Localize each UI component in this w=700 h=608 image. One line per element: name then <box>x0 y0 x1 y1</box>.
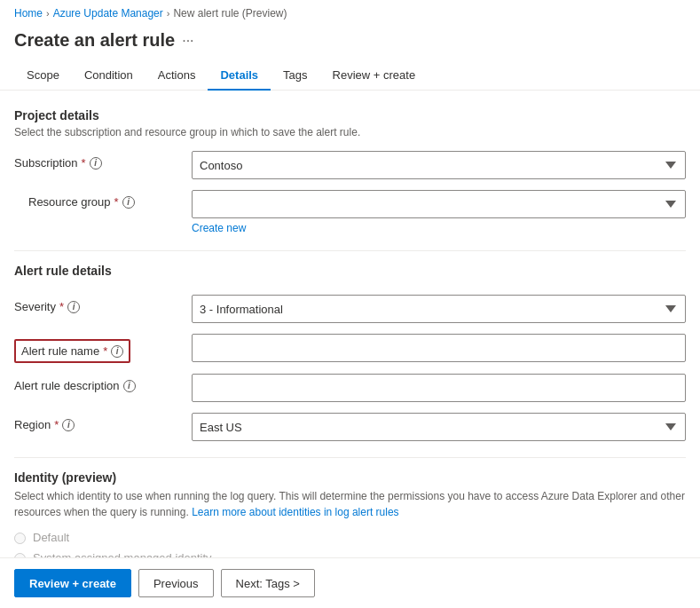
create-new-link[interactable]: Create new <box>192 222 686 234</box>
region-row: Region * i East US West US West Europe E… <box>14 413 686 441</box>
identity-title: Identity (preview) <box>14 470 686 485</box>
tab-tags[interactable]: Tags <box>271 61 319 91</box>
severity-select[interactable]: 0 - Critical 1 - Error 2 - Warning 3 - I… <box>192 295 686 323</box>
next-button[interactable]: Next: Tags > <box>221 569 315 597</box>
section-divider-2 <box>14 457 686 458</box>
breadcrumb-sep-2: › <box>167 8 170 19</box>
identity-default-content: Default <box>33 531 686 544</box>
tabs-bar: Scope Condition Actions Details Tags Rev… <box>0 61 700 91</box>
tab-actions[interactable]: Actions <box>146 61 208 91</box>
alert-rule-details-title: Alert rule details <box>14 264 686 278</box>
identity-default-label[interactable]: Default <box>33 531 69 544</box>
severity-row: Severity * i 0 - Critical 1 - Error 2 - … <box>14 295 686 323</box>
project-details-subtitle: Select the subscription and resource gro… <box>14 126 686 138</box>
identity-description: Select which identity to use when runnin… <box>14 488 686 520</box>
breadcrumb: Home › Azure Update Manager › New alert … <box>0 0 700 27</box>
page-title-row: Create an alert rule ··· <box>0 27 700 61</box>
resource-group-select[interactable] <box>192 190 686 218</box>
project-details-section: Project details Select the subscription … <box>14 108 686 234</box>
tab-scope[interactable]: Scope <box>14 61 72 91</box>
tab-condition[interactable]: Condition <box>72 61 146 91</box>
resource-group-required: * <box>114 195 119 209</box>
subscription-select[interactable]: Contoso <box>192 151 686 179</box>
alert-rule-name-control <box>192 334 686 362</box>
alert-rule-name-info-icon[interactable]: i <box>111 345 123 358</box>
identity-learn-more-link[interactable]: Learn more about identities in log alert… <box>192 506 398 518</box>
main-content: Project details Select the subscription … <box>0 91 700 596</box>
alert-rule-desc-input[interactable] <box>192 374 686 402</box>
alert-rule-desc-row: Alert rule description i <box>14 374 686 402</box>
severity-label: Severity * i <box>14 295 192 313</box>
page-title: Create an alert rule <box>14 30 175 51</box>
region-required: * <box>54 418 59 431</box>
resource-group-label: Resource group * i <box>14 190 192 209</box>
footer: Review + create Previous Next: Tags > <box>0 557 700 608</box>
alert-rule-name-label-highlighted: Alert rule name * i <box>14 339 130 363</box>
identity-default-option: Default <box>14 531 686 544</box>
resource-group-row: Resource group * i Create new <box>14 190 686 234</box>
alert-rule-desc-info-icon[interactable]: i <box>123 380 136 392</box>
severity-control: 0 - Critical 1 - Error 2 - Warning 3 - I… <box>192 295 686 323</box>
project-details-title: Project details <box>14 108 686 122</box>
page-options-button[interactable]: ··· <box>182 33 193 49</box>
resource-group-control: Create new <box>192 190 686 234</box>
subscription-control: Contoso <box>192 151 686 179</box>
alert-rule-name-required: * <box>103 344 107 358</box>
subscription-label: Subscription * i <box>14 151 192 170</box>
region-info-icon[interactable]: i <box>62 419 75 431</box>
alert-rule-details-section: Alert rule details Severity * i 0 - Crit… <box>14 264 686 441</box>
region-control: East US West US West Europe East Asia <box>192 413 686 441</box>
alert-rule-name-label-wrap: Alert rule name * i <box>14 334 192 363</box>
tab-details[interactable]: Details <box>208 61 271 91</box>
breadcrumb-home[interactable]: Home <box>14 7 43 20</box>
alert-rule-desc-label: Alert rule description i <box>14 374 192 392</box>
resource-group-info-icon[interactable]: i <box>122 196 135 209</box>
breadcrumb-sep-1: › <box>46 8 50 19</box>
alert-rule-name-row: Alert rule name * i <box>14 334 686 363</box>
identity-default-radio[interactable] <box>14 533 26 544</box>
alert-rule-desc-control <box>192 374 686 402</box>
subscription-required: * <box>82 156 86 170</box>
region-label: Region * i <box>14 413 192 431</box>
tab-review[interactable]: Review + create <box>320 61 429 91</box>
breadcrumb-current: New alert rule (Preview) <box>173 7 287 20</box>
subscription-info-icon[interactable]: i <box>90 157 102 170</box>
alert-rule-name-input[interactable] <box>192 334 686 362</box>
section-divider-1 <box>14 250 686 251</box>
review-create-button[interactable]: Review + create <box>14 569 131 597</box>
severity-info-icon[interactable]: i <box>67 301 80 313</box>
severity-required: * <box>59 300 64 313</box>
region-select[interactable]: East US West US West Europe East Asia <box>192 413 686 441</box>
subscription-row: Subscription * i Contoso <box>14 151 686 179</box>
breadcrumb-azure-update[interactable]: Azure Update Manager <box>53 7 163 20</box>
previous-button[interactable]: Previous <box>138 569 214 597</box>
